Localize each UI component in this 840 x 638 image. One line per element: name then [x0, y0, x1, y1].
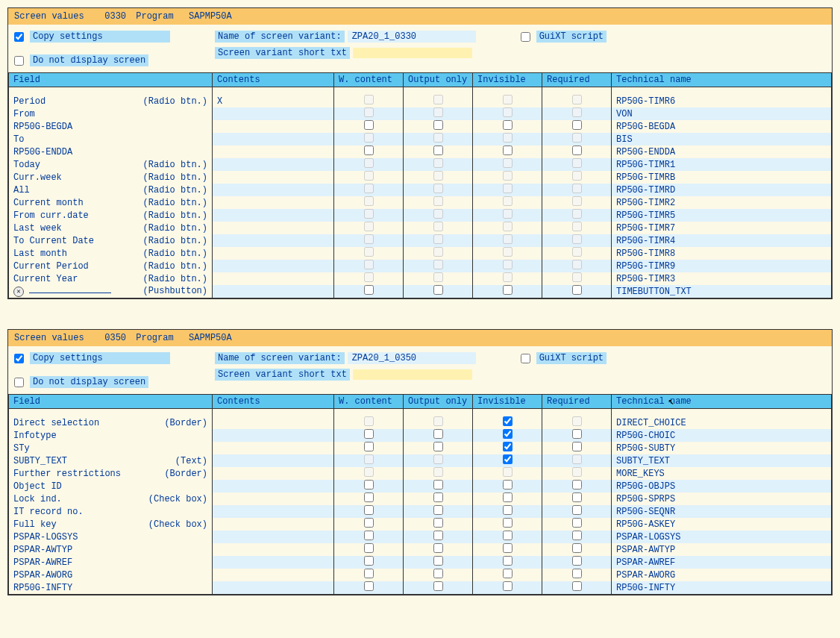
grid-checkbox[interactable]: [433, 120, 443, 130]
grid-checkbox[interactable]: [364, 480, 374, 490]
contents-cell[interactable]: [213, 222, 334, 234]
grid-checkbox[interactable]: [364, 518, 374, 528]
grid-checkbox[interactable]: [433, 581, 443, 591]
copy-settings-checkbox[interactable]: [14, 32, 24, 42]
grid-checkbox[interactable]: [364, 581, 374, 591]
contents-cell[interactable]: [213, 260, 334, 272]
grid-checkbox[interactable]: [503, 416, 513, 426]
grid-checkbox[interactable]: [572, 492, 582, 502]
grid-checkbox[interactable]: [503, 480, 513, 490]
field-type: (Pushbutton): [143, 286, 207, 298]
grid-checkbox[interactable]: [364, 569, 374, 578]
grid-checkbox[interactable]: [433, 505, 443, 515]
grid-checkbox[interactable]: [503, 581, 513, 591]
grid-checkbox[interactable]: [572, 285, 582, 295]
contents-cell[interactable]: [213, 556, 334, 569]
contents-cell[interactable]: [213, 581, 334, 595]
pushbutton-icon[interactable]: ✕: [13, 286, 111, 298]
contents-cell[interactable]: [213, 492, 334, 505]
grid-checkbox[interactable]: [364, 556, 374, 566]
grid-checkbox[interactable]: [503, 285, 513, 295]
grid-checkbox[interactable]: [572, 518, 582, 528]
grid-checkbox[interactable]: [364, 120, 374, 130]
grid-checkbox[interactable]: [503, 556, 513, 566]
guixt-checkbox[interactable]: [521, 32, 530, 42]
grid-checkbox[interactable]: [572, 581, 582, 591]
grid-checkbox[interactable]: [503, 531, 513, 540]
contents-cell[interactable]: [213, 209, 334, 222]
grid-checkbox[interactable]: [503, 505, 513, 515]
contents-cell[interactable]: [213, 416, 334, 429]
contents-cell[interactable]: [213, 272, 334, 285]
grid-checkbox[interactable]: [503, 569, 513, 578]
grid-checkbox[interactable]: [433, 543, 443, 553]
grid-checkbox[interactable]: [364, 543, 374, 553]
variant-shorttxt-input[interactable]: [353, 369, 472, 380]
contents-cell[interactable]: [213, 531, 334, 543]
contents-cell[interactable]: [213, 480, 334, 492]
grid-checkbox[interactable]: [503, 429, 513, 439]
grid-checkbox[interactable]: [503, 454, 513, 464]
grid-checkbox[interactable]: [433, 569, 443, 578]
grid-checkbox[interactable]: [572, 505, 582, 515]
grid-checkbox[interactable]: [572, 442, 582, 451]
do-not-display-checkbox[interactable]: [14, 378, 24, 387]
contents-cell[interactable]: [213, 454, 334, 467]
grid-checkbox[interactable]: [572, 480, 582, 490]
grid-checkbox[interactable]: [572, 543, 582, 553]
grid-checkbox[interactable]: [364, 429, 374, 439]
guixt-checkbox[interactable]: [521, 354, 530, 363]
grid-checkbox[interactable]: [364, 505, 374, 515]
grid-checkbox[interactable]: [572, 429, 582, 439]
contents-cell[interactable]: [213, 133, 334, 146]
grid-checkbox[interactable]: [364, 285, 374, 295]
grid-checkbox[interactable]: [433, 518, 443, 528]
contents-cell[interactable]: [213, 120, 334, 133]
contents-cell[interactable]: [213, 158, 334, 171]
grid-checkbox[interactable]: [433, 429, 443, 439]
contents-cell[interactable]: [213, 146, 334, 158]
grid-checkbox[interactable]: [364, 442, 374, 451]
grid-checkbox[interactable]: [572, 120, 582, 130]
grid-checkbox[interactable]: [572, 146, 582, 155]
contents-cell[interactable]: [213, 518, 334, 531]
grid-checkbox[interactable]: [433, 146, 443, 155]
grid-checkbox[interactable]: [364, 146, 374, 155]
grid-checkbox[interactable]: [433, 492, 443, 502]
grid-checkbox[interactable]: [572, 556, 582, 566]
grid-checkbox[interactable]: [572, 569, 582, 578]
contents-cell[interactable]: [213, 247, 334, 260]
grid-checkbox[interactable]: [433, 531, 443, 540]
contents-cell[interactable]: [213, 467, 334, 480]
grid-checkbox[interactable]: [503, 543, 513, 553]
contents-cell[interactable]: [213, 442, 334, 454]
contents-cell[interactable]: [213, 184, 334, 196]
grid-checkbox[interactable]: [364, 492, 374, 502]
grid-checkbox[interactable]: [503, 518, 513, 528]
do-not-display-checkbox[interactable]: [14, 56, 24, 66]
contents-cell[interactable]: [213, 234, 334, 247]
grid-checkbox[interactable]: [503, 442, 513, 451]
grid-checkbox[interactable]: [503, 492, 513, 502]
contents-cell[interactable]: [213, 196, 334, 209]
grid-checkbox[interactable]: [433, 285, 443, 295]
contents-cell[interactable]: [213, 569, 334, 581]
grid-checkbox[interactable]: [364, 531, 374, 540]
grid-checkbox[interactable]: [433, 480, 443, 490]
grid-checkbox[interactable]: [503, 120, 513, 130]
copy-settings-checkbox[interactable]: [14, 354, 24, 363]
field-name: SUBTY_TEXT: [13, 456, 67, 466]
contents-cell[interactable]: [213, 505, 334, 518]
contents-cell[interactable]: [213, 171, 334, 184]
grid-checkbox[interactable]: [433, 556, 443, 566]
contents-cell[interactable]: [213, 107, 334, 120]
grid-checkbox[interactable]: [572, 531, 582, 540]
variant-shorttxt-input[interactable]: [353, 48, 472, 58]
grid-checkbox[interactable]: [503, 146, 513, 155]
contents-cell[interactable]: [213, 429, 334, 442]
contents-cell[interactable]: [213, 543, 334, 556]
contents-cell[interactable]: [213, 285, 334, 298]
grid-checkbox[interactable]: [433, 442, 443, 451]
contents-cell[interactable]: X: [213, 95, 334, 107]
variant-name-value: ZPA20_1_0350: [348, 352, 476, 364]
